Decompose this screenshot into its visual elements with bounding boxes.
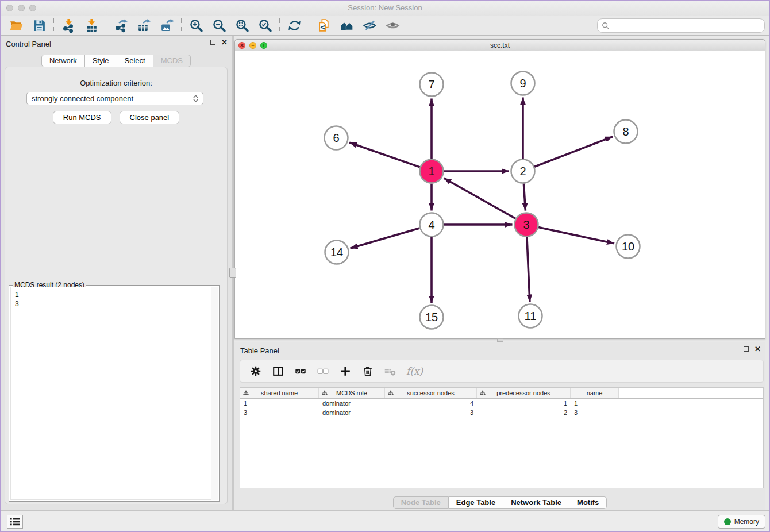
column-header-MCDS-role[interactable]: MCDS role xyxy=(319,388,385,398)
tab-mcds[interactable]: MCDS xyxy=(153,55,191,67)
save-session-button[interactable] xyxy=(28,17,51,34)
svg-text:14: 14 xyxy=(330,246,343,259)
graph-node-3[interactable]: 3 xyxy=(515,213,538,237)
table-cell: 3 xyxy=(571,408,619,417)
svg-text:6: 6 xyxy=(333,132,339,144)
network-window-title: scc.txt xyxy=(235,41,765,49)
tab-node-table[interactable]: Node Table xyxy=(393,496,449,509)
table-row[interactable]: 1dominator411 xyxy=(240,399,763,408)
memory-button[interactable]: Memory xyxy=(718,515,765,529)
graph-edge-1-6[interactable] xyxy=(349,142,420,167)
close-table-panel-icon[interactable]: ✕ xyxy=(754,346,761,352)
tab-select[interactable]: Select xyxy=(117,55,153,67)
zoom-in-icon xyxy=(189,18,203,33)
export-table-icon xyxy=(137,18,151,33)
deselect-checkboxes-icon[interactable] xyxy=(317,365,329,377)
graph-edge-4-14[interactable] xyxy=(351,228,420,248)
table-tabs: Node TableEdge TableNetwork TableMotifs xyxy=(234,496,765,509)
table-cell: 1 xyxy=(571,399,619,408)
search-input[interactable] xyxy=(610,22,764,30)
svg-text:11: 11 xyxy=(525,310,537,322)
graph-node-11[interactable]: 11 xyxy=(519,304,542,328)
graph-node-8[interactable]: 8 xyxy=(614,120,638,144)
tab-motifs[interactable]: Motifs xyxy=(569,496,607,509)
graph-edge-2-3[interactable] xyxy=(523,183,525,210)
column-header-filler xyxy=(619,388,763,398)
show-all-button[interactable] xyxy=(381,17,404,34)
graph-edge-3-11[interactable] xyxy=(527,237,530,302)
hide-selected-button[interactable] xyxy=(358,17,381,34)
tab-network-table[interactable]: Network Table xyxy=(503,496,569,509)
mcds-panel: Optimization criterion: strongly connect… xyxy=(5,67,228,504)
tab-edge-table[interactable]: Edge Table xyxy=(449,496,503,509)
table-cell: 3 xyxy=(240,408,319,417)
network-window: ✕ − + scc.txt 1234678910111415 xyxy=(234,39,765,339)
tab-style[interactable]: Style xyxy=(85,55,117,67)
import-network-button[interactable] xyxy=(57,17,80,34)
graph-edge-2-8[interactable] xyxy=(534,137,613,167)
home-button[interactable] xyxy=(335,17,358,34)
zoom-out-button[interactable] xyxy=(207,17,230,34)
close-panel-icon[interactable]: ✕ xyxy=(221,40,228,45)
select-all-checkboxes-icon[interactable] xyxy=(294,365,307,377)
zoom-fit-button[interactable] xyxy=(230,17,253,34)
import-table-button[interactable] xyxy=(80,17,103,34)
add-column-icon[interactable] xyxy=(339,365,352,377)
network-window-titlebar[interactable]: ✕ − + scc.txt xyxy=(235,40,765,51)
close-panel-button[interactable]: Close panel xyxy=(120,111,180,124)
run-mcds-button[interactable]: Run MCDS xyxy=(53,111,111,124)
zoom-selected-button[interactable] xyxy=(253,17,276,34)
clone-network-button[interactable] xyxy=(312,17,335,34)
criterion-dropdown[interactable]: strongly connected component xyxy=(26,92,203,105)
network-canvas[interactable]: 1234678910111415 xyxy=(235,51,765,338)
table-cell: 3 xyxy=(385,408,477,417)
toolbar-separator xyxy=(106,18,106,33)
column-header-shared-name[interactable]: shared name xyxy=(240,388,319,398)
tab-network[interactable]: Network xyxy=(41,55,85,67)
table-toolbar: f(x) xyxy=(240,360,764,383)
open-folder-icon xyxy=(9,18,24,33)
export-image-button[interactable] xyxy=(155,17,178,34)
graph-node-7[interactable]: 7 xyxy=(420,73,444,97)
control-panel-header: Control Panel ✕ xyxy=(0,36,232,52)
export-image-icon xyxy=(160,18,174,33)
graph-node-9[interactable]: 9 xyxy=(511,72,535,95)
column-header-predecessor-nodes[interactable]: predecessor nodes xyxy=(477,388,571,398)
graph-node-15[interactable]: 15 xyxy=(420,306,444,329)
result-scrollbar[interactable] xyxy=(211,287,218,500)
horizontal-splitter-handle[interactable] xyxy=(497,338,503,342)
zoom-in-button[interactable] xyxy=(184,17,207,34)
export-network-button[interactable] xyxy=(109,17,132,34)
graph-edge-3-1[interactable] xyxy=(444,178,515,218)
eye-slash-icon xyxy=(363,18,377,33)
task-history-button[interactable] xyxy=(7,515,23,529)
zoom-selected-icon xyxy=(258,18,272,33)
graph-node-1[interactable]: 1 xyxy=(420,160,444,183)
graph-node-4[interactable]: 4 xyxy=(420,213,444,237)
float-panel-icon[interactable] xyxy=(210,40,215,45)
graph-node-14[interactable]: 14 xyxy=(325,241,349,264)
float-table-panel-icon[interactable] xyxy=(744,346,749,352)
settings-gear-icon[interactable] xyxy=(249,365,262,377)
open-session-button[interactable] xyxy=(5,17,28,34)
main-toolbar xyxy=(0,16,770,36)
function-builder-icon-disabled: f(x) xyxy=(406,365,423,377)
column-header-name[interactable]: name xyxy=(571,388,619,398)
node-table[interactable]: shared nameMCDS rolesuccessor nodesprede… xyxy=(240,387,764,488)
split-view-icon[interactable] xyxy=(272,365,284,377)
vertical-splitter-handle[interactable] xyxy=(229,268,236,278)
delete-column-icon[interactable] xyxy=(361,365,374,377)
export-table-button[interactable] xyxy=(132,17,155,34)
refresh-layout-button[interactable] xyxy=(283,17,306,34)
graph-node-10[interactable]: 10 xyxy=(617,235,640,259)
graph-edge-3-10[interactable] xyxy=(538,228,614,244)
column-header-successor-nodes[interactable]: successor nodes xyxy=(385,388,477,398)
table-row[interactable]: 3dominator323 xyxy=(240,408,763,417)
search-field[interactable] xyxy=(597,18,765,33)
mcds-result-box: MCDS result (2 nodes) 1 3 xyxy=(9,285,220,502)
toolbar-separator xyxy=(53,18,54,33)
graph-node-6[interactable]: 6 xyxy=(325,126,348,150)
graph-node-2[interactable]: 2 xyxy=(511,160,535,183)
import-network-icon xyxy=(61,18,76,33)
table-cell: 4 xyxy=(385,399,477,408)
